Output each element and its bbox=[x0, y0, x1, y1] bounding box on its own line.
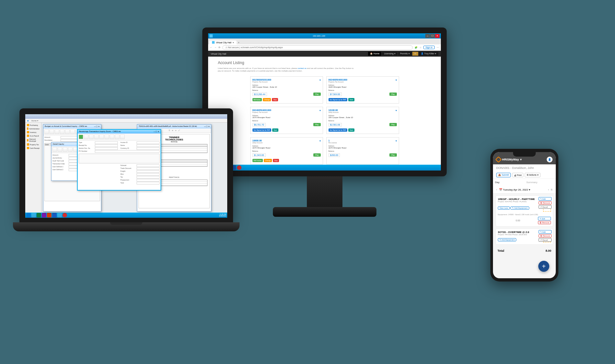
powerpoint-icon[interactable] bbox=[47, 213, 51, 217]
window-controls[interactable]: ─ ☐ ✕ bbox=[94, 125, 100, 127]
sidebar-item[interactable]: Purchasing bbox=[26, 123, 40, 127]
new-tab-button[interactable]: + bbox=[238, 41, 240, 44]
ok-button[interactable] bbox=[79, 135, 83, 139]
word-icon[interactable] bbox=[52, 213, 57, 217]
account-number-link[interactable]: 002400504001000 bbox=[252, 109, 321, 111]
tool-icon[interactable] bbox=[68, 147, 73, 152]
nav-permits[interactable]: Permits ▾ bbox=[398, 52, 412, 56]
chevron-down-icon[interactable]: ▾ bbox=[396, 109, 397, 112]
url-input[interactable]: ⚠ Not secure | vchmain.com/VCH/city/myci… bbox=[222, 45, 413, 50]
entry-action-button[interactable]: 🗑 Remove bbox=[538, 221, 551, 224]
tool-icon[interactable] bbox=[84, 135, 88, 139]
chevron-down-icon[interactable]: ▾ bbox=[319, 139, 321, 142]
minimize-button[interactable]: ─ bbox=[425, 34, 430, 38]
pay-button[interactable]: Pay bbox=[389, 153, 397, 157]
tool-icon[interactable] bbox=[105, 135, 109, 139]
line-items-grid[interactable] bbox=[79, 154, 160, 163]
date-prev-icon[interactable]: ‹ bbox=[496, 188, 497, 191]
pay-button[interactable]: Pay bbox=[313, 93, 320, 96]
tool-icon[interactable] bbox=[63, 147, 67, 152]
pdf-tool-icon[interactable]: ⊕ bbox=[172, 129, 173, 131]
print-button[interactable]: 🖨 Print bbox=[512, 173, 523, 177]
tab-close-icon[interactable]: × bbox=[233, 41, 234, 44]
pdf-tool-icon[interactable]: ⊖ bbox=[175, 129, 176, 131]
tool-icon[interactable] bbox=[58, 147, 62, 152]
taskbar-icon[interactable] bbox=[57, 213, 62, 217]
excel-icon[interactable] bbox=[37, 213, 41, 217]
account-number-link[interactable]: 1 bbox=[329, 139, 397, 142]
window-controls[interactable]: ─ ☐ ✕ bbox=[204, 125, 210, 127]
actions-dropdown[interactable]: ⚙ Actions ▾ bbox=[525, 173, 540, 177]
pay-button[interactable]: Pay bbox=[389, 123, 397, 126]
system-clock[interactable]: 11:32 AM 6/26/2022 bbox=[219, 214, 226, 217]
submit-button[interactable]: 📤 Submit bbox=[496, 173, 511, 177]
chevron-down-icon[interactable]: ▾ bbox=[396, 79, 397, 82]
sidebar-item[interactable]: Inventory bbox=[26, 130, 40, 134]
chevron-down-icon[interactable]: ▾ bbox=[319, 79, 321, 82]
account-number-link[interactable]: 10100.00 bbox=[329, 109, 397, 111]
taskbar-icon[interactable] bbox=[31, 213, 36, 217]
chevron-down-icon[interactable]: ▾ bbox=[396, 139, 397, 142]
trend-icon[interactable] bbox=[237, 165, 241, 170]
close-button[interactable]: ✕ bbox=[435, 34, 440, 38]
nav-home[interactable]: 🏠 Home bbox=[368, 52, 382, 56]
maximize-button[interactable]: ☐ bbox=[430, 34, 435, 38]
ribbon-home[interactable]: Home ▾ bbox=[31, 119, 38, 122]
window-controls[interactable]: ─ ☐ ✕ bbox=[153, 130, 159, 133]
forward-icon[interactable]: → bbox=[214, 46, 217, 49]
refresh-icon[interactable]: ⟳ bbox=[218, 46, 220, 49]
sidebar-item[interactable]: GL & Payroll bbox=[26, 134, 40, 138]
tool-icon[interactable] bbox=[120, 135, 125, 139]
nav-licensing[interactable]: Licensing ▾ bbox=[382, 52, 397, 56]
tool-icon[interactable] bbox=[99, 135, 104, 139]
entry-action-button[interactable]: ✎ Edit bbox=[539, 230, 552, 234]
sidebar-item[interactable]: Administration bbox=[26, 127, 40, 130]
tab-summary[interactable]: Summary bbox=[524, 179, 556, 186]
date-selector[interactable]: ‹ 📅 Tuesday Apr 26, 2022 ▾ › ⎘ bbox=[493, 186, 556, 193]
receivings-inquiry-window[interactable]: Receivings Transaction Inquiry Zoom - CM… bbox=[77, 129, 161, 191]
pill-button[interactable]: ✎ Add Equipment bbox=[510, 206, 529, 210]
pill-button[interactable]: ✎ Add Equipment bbox=[498, 238, 516, 241]
sidebar-item[interactable]: Diamond Municipal bbox=[26, 138, 40, 143]
tool-icon[interactable] bbox=[115, 135, 119, 139]
entry-action-button[interactable]: ↺ Recall bbox=[539, 205, 552, 209]
entry-action-button[interactable]: 🗑 Remove bbox=[539, 234, 552, 237]
tool-icon[interactable] bbox=[60, 129, 64, 134]
tool-icon[interactable] bbox=[65, 129, 70, 134]
entry-action-button[interactable]: 🗑 Remove bbox=[539, 201, 552, 204]
trend-icon[interactable] bbox=[62, 213, 67, 217]
pay-button[interactable]: Pay bbox=[313, 123, 320, 126]
nav-mail-icon[interactable]: ✉ bbox=[412, 52, 418, 56]
contact-link[interactable]: contact us bbox=[297, 67, 306, 69]
sidebar-item[interactable]: Property Tax bbox=[26, 143, 40, 146]
pay-button[interactable]: Pay bbox=[313, 153, 320, 157]
chevron-down-icon[interactable]: ▾ bbox=[520, 158, 522, 161]
add-fab-button[interactable]: + bbox=[538, 261, 549, 272]
nav-user[interactable]: 👤 Troy Kilter ▾ bbox=[419, 52, 438, 56]
back-icon[interactable]: ← bbox=[210, 46, 212, 49]
browser-tab[interactable]: Virtual City Hall × bbox=[209, 40, 237, 44]
copy-icon[interactable]: ⎘ bbox=[551, 188, 553, 191]
tool-icon[interactable] bbox=[44, 129, 49, 134]
start-button[interactable] bbox=[26, 213, 31, 217]
tab-day[interactable]: Day bbox=[493, 179, 524, 186]
tool-icon[interactable] bbox=[70, 129, 75, 134]
extension-icon[interactable]: 🧩 bbox=[415, 46, 418, 49]
app-menu-icon[interactable]: ◆ bbox=[27, 119, 29, 122]
entry-action-button[interactable]: ✎ Edit bbox=[539, 197, 552, 201]
tool-icon[interactable] bbox=[52, 147, 57, 152]
tool-icon[interactable] bbox=[55, 129, 59, 134]
date-next-icon[interactable]: › bbox=[548, 188, 549, 191]
favorite-icon[interactable]: ☆ bbox=[419, 46, 421, 49]
sidebar-item[interactable]: Cash Receipt bbox=[26, 146, 40, 150]
user-avatar[interactable]: 👤 bbox=[547, 157, 553, 162]
tool-icon[interactable] bbox=[94, 135, 99, 139]
entry-action-button[interactable]: ✎ Edit bbox=[538, 217, 551, 220]
account-number-link[interactable]: 002400504001000 bbox=[329, 79, 397, 81]
pay-button[interactable]: Pay bbox=[389, 93, 397, 96]
account-number-link[interactable]: 001500305201000 bbox=[252, 79, 321, 81]
app-logo[interactable]: HRISMyWay ▾ bbox=[496, 157, 522, 162]
menu-icon[interactable]: ⋯ bbox=[437, 46, 439, 49]
tool-icon[interactable] bbox=[110, 135, 114, 139]
pdf-tool-icon[interactable]: 🖊 bbox=[178, 129, 180, 131]
